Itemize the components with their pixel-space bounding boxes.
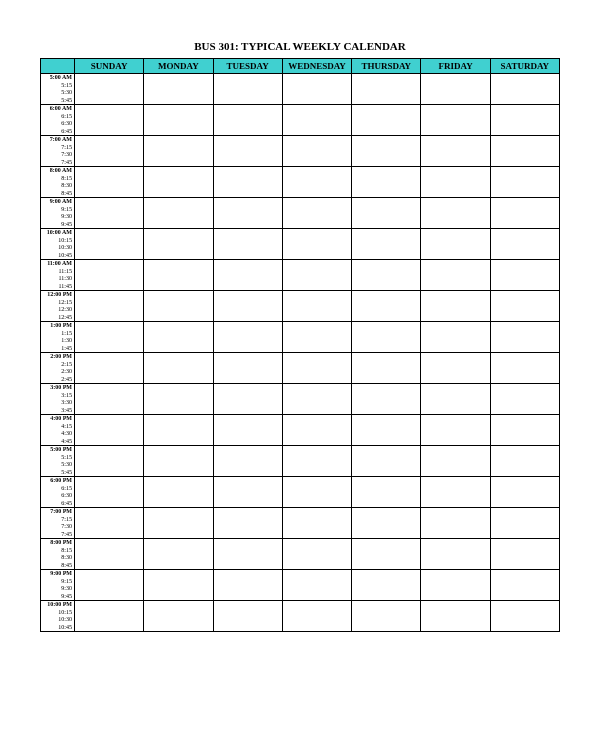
- hour-label: 10:00 AM: [41, 229, 72, 237]
- quarter-hour-label: 9:15: [41, 578, 72, 586]
- hour-label: 8:00 AM: [41, 167, 72, 175]
- quarter-hour-label: 10:30: [41, 616, 72, 624]
- calendar-slot: [213, 570, 282, 601]
- calendar-slot: [213, 74, 282, 105]
- calendar-slot: [144, 136, 213, 167]
- calendar-slot: [282, 105, 351, 136]
- calendar-slot: [213, 508, 282, 539]
- calendar-slot: [282, 198, 351, 229]
- calendar-slot: [75, 539, 144, 570]
- calendar-slot: [282, 415, 351, 446]
- calendar-table: SUNDAY MONDAY TUESDAY WEDNESDAY THURSDAY…: [40, 58, 560, 632]
- calendar-slot: [352, 415, 421, 446]
- quarter-hour-label: 2:15: [41, 361, 72, 369]
- calendar-slot: [144, 260, 213, 291]
- calendar-body: 5:00 AM5:155:305:456:00 AM6:156:306:457:…: [41, 74, 560, 632]
- day-header: TUESDAY: [213, 59, 282, 74]
- calendar-slot: [282, 291, 351, 322]
- calendar-slot: [421, 105, 490, 136]
- quarter-hour-label: 11:45: [41, 283, 72, 291]
- quarter-hour-label: 7:30: [41, 151, 72, 159]
- calendar-slot: [352, 508, 421, 539]
- hour-label: 7:00 AM: [41, 136, 72, 144]
- calendar-slot: [75, 384, 144, 415]
- quarter-hour-label: 6:30: [41, 492, 72, 500]
- hour-label: 4:00 PM: [41, 415, 72, 423]
- hour-label: 5:00 PM: [41, 446, 72, 454]
- day-header: MONDAY: [144, 59, 213, 74]
- calendar-slot: [144, 570, 213, 601]
- time-label-cell: 5:00 PM5:155:305:45: [41, 446, 75, 477]
- calendar-slot: [75, 229, 144, 260]
- quarter-hour-label: 6:30: [41, 120, 72, 128]
- quarter-hour-label: 8:15: [41, 547, 72, 555]
- hour-label: 12:00 PM: [41, 291, 72, 299]
- hour-row: 5:00 AM5:155:305:45: [41, 74, 560, 105]
- quarter-hour-label: 8:30: [41, 554, 72, 562]
- calendar-slot: [213, 136, 282, 167]
- calendar-slot: [352, 601, 421, 632]
- quarter-hour-label: 4:30: [41, 430, 72, 438]
- calendar-slot: [421, 508, 490, 539]
- calendar-slot: [213, 167, 282, 198]
- calendar-slot: [352, 353, 421, 384]
- calendar-slot: [75, 198, 144, 229]
- calendar-slot: [282, 167, 351, 198]
- time-label-cell: 8:00 AM8:158:308:45: [41, 167, 75, 198]
- day-header: SUNDAY: [75, 59, 144, 74]
- hour-label: 2:00 PM: [41, 353, 72, 361]
- calendar-slot: [213, 322, 282, 353]
- calendar-slot: [144, 322, 213, 353]
- quarter-hour-label: 8:15: [41, 175, 72, 183]
- calendar-slot: [282, 539, 351, 570]
- calendar-slot: [421, 446, 490, 477]
- quarter-hour-label: 5:30: [41, 461, 72, 469]
- calendar-slot: [75, 477, 144, 508]
- hour-label: 8:00 PM: [41, 539, 72, 547]
- quarter-hour-label: 10:45: [41, 252, 72, 260]
- quarter-hour-label: 8:45: [41, 190, 72, 198]
- day-header: FRIDAY: [421, 59, 490, 74]
- hour-row: 6:00 PM6:156:306:45: [41, 477, 560, 508]
- hour-row: 6:00 AM6:156:306:45: [41, 105, 560, 136]
- calendar-slot: [282, 508, 351, 539]
- calendar-slot: [75, 446, 144, 477]
- calendar-slot: [490, 477, 559, 508]
- hour-row: 9:00 AM9:159:309:45: [41, 198, 560, 229]
- quarter-hour-label: 12:30: [41, 306, 72, 314]
- hour-row: 5:00 PM5:155:305:45: [41, 446, 560, 477]
- calendar-slot: [490, 136, 559, 167]
- calendar-slot: [490, 322, 559, 353]
- hour-label: 1:00 PM: [41, 322, 72, 330]
- calendar-slot: [490, 229, 559, 260]
- calendar-slot: [490, 415, 559, 446]
- quarter-hour-label: 5:45: [41, 469, 72, 477]
- hour-label: 5:00 AM: [41, 74, 72, 82]
- time-label-cell: 9:00 AM9:159:309:45: [41, 198, 75, 229]
- calendar-slot: [490, 291, 559, 322]
- quarter-hour-label: 1:45: [41, 345, 72, 353]
- calendar-slot: [144, 105, 213, 136]
- calendar-slot: [490, 74, 559, 105]
- time-label-cell: 8:00 PM8:158:308:45: [41, 539, 75, 570]
- hour-label: 3:00 PM: [41, 384, 72, 392]
- time-label-cell: 6:00 PM6:156:306:45: [41, 477, 75, 508]
- hour-row: 1:00 PM1:151:301:45: [41, 322, 560, 353]
- calendar-slot: [490, 508, 559, 539]
- calendar-slot: [144, 539, 213, 570]
- quarter-hour-label: 3:30: [41, 399, 72, 407]
- quarter-hour-label: 9:45: [41, 593, 72, 601]
- quarter-hour-label: 6:45: [41, 128, 72, 136]
- calendar-slot: [282, 322, 351, 353]
- calendar-slot: [421, 136, 490, 167]
- calendar-slot: [282, 477, 351, 508]
- quarter-hour-label: 2:45: [41, 376, 72, 384]
- calendar-slot: [144, 508, 213, 539]
- quarter-hour-label: 7:15: [41, 144, 72, 152]
- calendar-slot: [352, 539, 421, 570]
- time-label-cell: 10:00 AM10:1510:3010:45: [41, 229, 75, 260]
- calendar-slot: [213, 229, 282, 260]
- day-header: THURSDAY: [352, 59, 421, 74]
- time-label-cell: 7:00 PM7:157:307:45: [41, 508, 75, 539]
- time-label-cell: 2:00 PM2:152:302:45: [41, 353, 75, 384]
